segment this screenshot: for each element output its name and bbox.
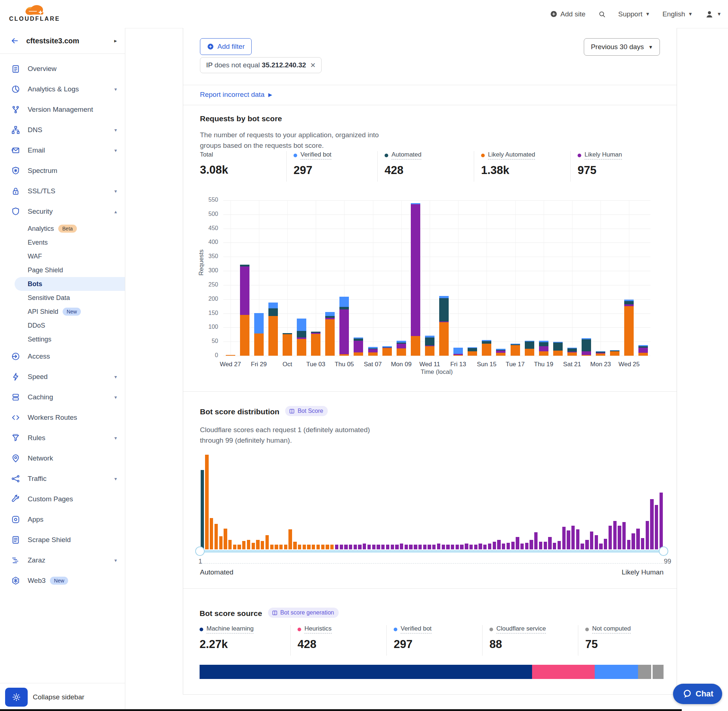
y-tick-label: 400 [193, 239, 218, 245]
sidebar-item-analytics-logs[interactable]: Analytics & Logs▾ [0, 79, 125, 99]
language-menu[interactable]: English ▼ [663, 10, 693, 18]
stat-heuristics: Heuristics428 [298, 625, 332, 651]
sidebar-subitem-bots[interactable]: Bots [15, 277, 125, 291]
divider [482, 625, 483, 656]
stat-label[interactable]: Cloudflare service [496, 625, 546, 633]
segment-automated [269, 308, 278, 316]
sidebar-subitem-ddos[interactable]: DDoS [0, 319, 125, 332]
add-site-button[interactable]: Add site [550, 10, 586, 18]
sidebar-item-dns[interactable]: DNS▾ [0, 120, 125, 140]
account-menu[interactable]: ▼ [705, 10, 721, 19]
sidebar-item-caching[interactable]: Caching▾ [0, 387, 125, 407]
segment-likely-human [382, 348, 392, 348]
sidebar-item-speed[interactable]: Speed▾ [0, 367, 125, 387]
plus-circle-icon [550, 10, 558, 18]
sidebar-item-security[interactable]: Security▴ [0, 201, 125, 222]
sidebar-item-custom-pages[interactable]: Custom Pages [0, 489, 125, 509]
sidebar-item-rules[interactable]: Rules▾ [0, 428, 125, 448]
book-icon [272, 610, 278, 616]
divider [570, 151, 571, 181]
sidebar-subitem-label: Events [28, 239, 48, 246]
segment-verified-bot [411, 203, 420, 204]
remove-filter-icon[interactable]: × [310, 61, 315, 69]
histogram-bar-score-87 [599, 544, 602, 549]
sidebar-item-label: Custom Pages [28, 495, 73, 503]
sidebar-item-label: Caching [28, 393, 53, 401]
histogram-bar-score-19 [284, 544, 287, 549]
zaraz-icon [11, 556, 21, 565]
histogram-bar-score-44 [400, 544, 403, 549]
histogram-bar-score-47 [414, 544, 417, 549]
histogram-bar-score-41 [386, 544, 389, 549]
site-expand-chevron-icon[interactable]: ▸ [114, 37, 117, 44]
sidebar-item-network[interactable]: Network [0, 448, 125, 469]
sidebar-item-spectrum[interactable]: Spectrum [0, 161, 125, 181]
report-incorrect-data-link[interactable]: Report incorrect data ▶ [200, 91, 272, 99]
back-arrow-icon[interactable] [10, 36, 20, 46]
sidebar-subitem-analytics[interactable]: AnalyticsBeta [0, 222, 125, 236]
x-tick-label: Fri 29 [242, 361, 275, 368]
segment-likely-human [638, 348, 648, 353]
segment-verified-bot [638, 345, 648, 346]
histogram-bar-score-32 [344, 544, 347, 549]
slider-handle-min[interactable] [195, 546, 205, 556]
sidebar-item-version-management[interactable]: Version Management [0, 99, 125, 120]
sidebar-subitem-api-shield[interactable]: API ShieldNew [0, 305, 125, 319]
sidebar-item-zaraz[interactable]: Zaraz▾ [0, 550, 125, 571]
histogram-bar-score-24 [307, 544, 310, 549]
score-range-slider-track[interactable] [200, 550, 663, 553]
sidebar-subitem-page-shield[interactable]: Page Shield [0, 263, 125, 277]
stat-label[interactable]: Heuristics [304, 625, 332, 633]
stat-label[interactable]: Likely Human [585, 151, 622, 159]
slider-handle-max[interactable] [659, 546, 668, 556]
time-range-select[interactable]: Previous 30 days ▼ [584, 38, 660, 56]
stat-label[interactable]: Not computed [592, 625, 631, 633]
chevron-down-icon: ▾ [114, 127, 117, 133]
sidebar-item-scrape-shield[interactable]: Scrape Shield [0, 530, 125, 550]
sidebar-item-access[interactable]: Access [0, 346, 125, 367]
stat-label[interactable]: Automated [391, 151, 421, 159]
sidebar-subitem-events[interactable]: Events [0, 236, 125, 249]
stat-total: Total3.08k [200, 151, 228, 177]
sidebar-subitem-settings[interactable]: Settings [0, 332, 125, 346]
book-icon [289, 408, 295, 414]
histogram-bar-score-13 [256, 540, 259, 549]
divider [290, 625, 291, 656]
sidebar-subitem-waf[interactable]: WAF [0, 249, 125, 263]
ssl-lock-icon [11, 186, 21, 196]
histogram-bar-score-26 [316, 544, 320, 549]
histogram-bar-score-43 [395, 544, 399, 549]
sidebar-item-workers-routes[interactable]: Workers Routes [0, 407, 125, 428]
segment-verified-bot [425, 336, 434, 338]
stat-value: 88 [489, 638, 546, 651]
bot-score-badge[interactable]: Bot Score [285, 406, 328, 416]
sidebar-item-web3[interactable]: Web3New [0, 571, 125, 591]
sidebar-item-ssl-tls[interactable]: SSL/TLS▾ [0, 181, 125, 201]
stacked-bar-fri-13 [453, 200, 463, 356]
stat-label[interactable]: Likely Automated [488, 151, 535, 159]
settings-gear-button[interactable] [5, 688, 28, 707]
segment-likely-automated [240, 315, 250, 356]
support-menu[interactable]: Support ▼ [619, 10, 650, 18]
sidebar-item-apps[interactable]: Apps [0, 509, 125, 530]
add-filter-button[interactable]: Add filter [200, 38, 252, 55]
histogram-bar-score-7 [228, 540, 232, 549]
chat-button[interactable]: Chat [673, 684, 722, 704]
sidebar-item-email[interactable]: Email▾ [0, 140, 125, 161]
histogram-bar-score-71 [525, 543, 529, 549]
divider [386, 625, 387, 656]
search-button[interactable] [598, 10, 606, 18]
sidebar-item-label: Network [28, 454, 53, 462]
sidebar-item-overview[interactable]: Overview [0, 59, 125, 79]
sidebar-subitem-sensitive-data[interactable]: Sensitive Data [0, 291, 125, 305]
collapse-sidebar-button[interactable]: Collapse sidebar [33, 693, 84, 701]
stacked-bar-mon-16 [496, 200, 505, 356]
bot-score-generation-badge[interactable]: Bot score generation [268, 608, 339, 618]
stat-label[interactable]: Verified bot [400, 625, 431, 633]
histogram-bar-score-21 [293, 542, 297, 549]
sidebar-item-traffic[interactable]: Traffic▾ [0, 469, 125, 489]
stat-label[interactable]: Machine learning [207, 625, 254, 633]
stat-label[interactable]: Verified bot [300, 151, 331, 159]
top-nav: CLOUDFLARE Add site Support ▼ English ▼ … [0, 0, 728, 28]
cloudflare-logo[interactable]: CLOUDFLARE [7, 3, 62, 22]
